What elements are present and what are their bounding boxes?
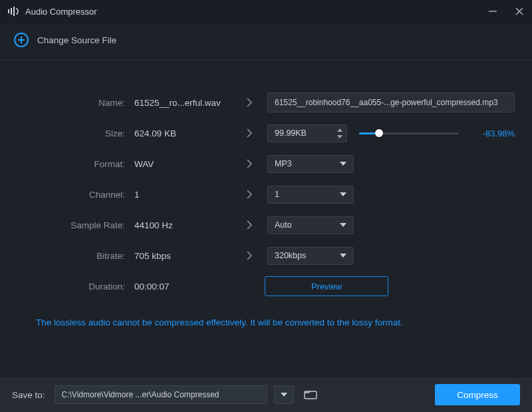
size-slider[interactable] [359,128,459,138]
compress-button-label: Compress [457,390,498,400]
change-source-label[interactable]: Change Source File [37,35,116,45]
chevron-right-icon [241,220,258,230]
app-title: Audio Compressor [25,7,97,17]
row-duration: Duration: 00:00:07 Preview [17,271,515,302]
label-sample-rate: Sample Rate: [17,220,134,230]
chevron-down-icon [340,192,346,196]
svg-rect-0 [8,9,9,13]
svg-rect-1 [11,8,12,15]
preview-button-label: Preview [311,282,342,292]
bitrate-select[interactable]: 320kbps [267,247,354,265]
label-bitrate: Bitrate: [17,251,134,261]
chevron-down-icon [340,223,346,227]
input-format: WAV [134,159,241,169]
row-name: Name: 61525__ro...erful.wav 61525__robin… [17,87,515,118]
chevron-right-icon [241,128,258,138]
row-size: Size: 624.09 KB 99.99KB [17,118,515,148]
chevron-right-icon [241,98,258,107]
row-format: Format: WAV MP3 [17,148,515,179]
sample-rate-select-value: Auto [275,220,292,230]
sample-rate-select[interactable]: Auto [267,216,354,234]
format-select[interactable]: MP3 [267,155,354,173]
input-size: 624.09 KB [134,128,241,138]
label-name: Name: [17,98,134,108]
input-duration: 00:00:07 [134,282,241,292]
label-size: Size: [17,128,134,138]
chevron-down-icon [340,254,346,258]
save-path-field[interactable]: C:\Vidmore\Vidmore ...er\Audio Compresse… [55,385,267,404]
output-size-value: 99.99KB [275,128,307,138]
footer: Save to: C:\Vidmore\Vidmore ...er\Audio … [0,377,532,412]
label-channel: Channel: [17,190,134,200]
row-channel: Channel: 1 1 [17,179,515,210]
change-source-button[interactable] [13,32,29,48]
main-panel: Name: 61525__ro...erful.wav 61525__robin… [0,61,532,334]
label-format: Format: [17,159,134,169]
size-slider-thumb[interactable] [375,129,383,137]
close-button[interactable] [512,4,527,19]
save-to-label: Save to: [12,390,45,400]
save-path-dropdown[interactable] [274,385,294,404]
row-bitrate: Bitrate: 705 kbps 320kbps [17,240,515,271]
chevron-down-icon [340,162,346,166]
output-size-spinner[interactable]: 99.99KB [267,124,347,142]
chevron-right-icon [241,159,258,168]
open-folder-button[interactable] [301,385,321,404]
chevron-right-icon [241,251,258,260]
row-sample-rate: Sample Rate: 44100 Hz Auto [17,210,515,240]
input-sample-rate: 44100 Hz [134,220,241,230]
compress-button[interactable]: Compress [435,384,520,405]
source-bar: Change Source File [0,23,532,61]
size-decrement-button[interactable] [336,134,344,140]
size-increment-button[interactable] [336,127,344,133]
preview-button[interactable]: Preview [265,276,388,296]
output-name-field[interactable]: 61525__robinhood76__aa055-...ge-powerful… [267,93,515,112]
title-bar: Audio Compressor [0,0,532,23]
svg-rect-2 [13,7,15,16]
chevron-right-icon [241,190,258,199]
app-icon [8,7,20,16]
input-name: 61525__ro...erful.wav [134,98,241,108]
input-bitrate: 705 kbps [134,251,241,261]
minimize-button[interactable] [485,4,500,19]
label-duration: Duration: [17,282,134,292]
reduction-percent: -83.98% [472,128,515,138]
format-select-value: MP3 [275,159,292,168]
channel-select[interactable]: 1 [267,186,354,204]
channel-select-value: 1 [275,190,279,199]
input-channel: 1 [134,190,241,200]
bitrate-select-value: 320kbps [275,251,306,260]
conversion-warning: The lossless audio cannot be compressed … [36,317,515,327]
